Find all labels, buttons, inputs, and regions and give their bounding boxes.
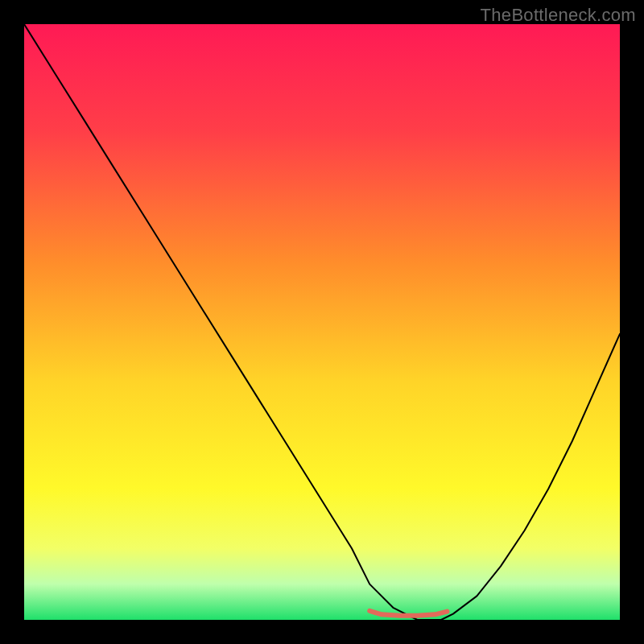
plot-svg (24, 24, 620, 620)
gradient-background (24, 24, 620, 620)
watermark-text: TheBottleneck.com (481, 5, 636, 26)
plot-area (24, 24, 620, 620)
chart-frame: TheBottleneck.com (0, 0, 644, 644)
